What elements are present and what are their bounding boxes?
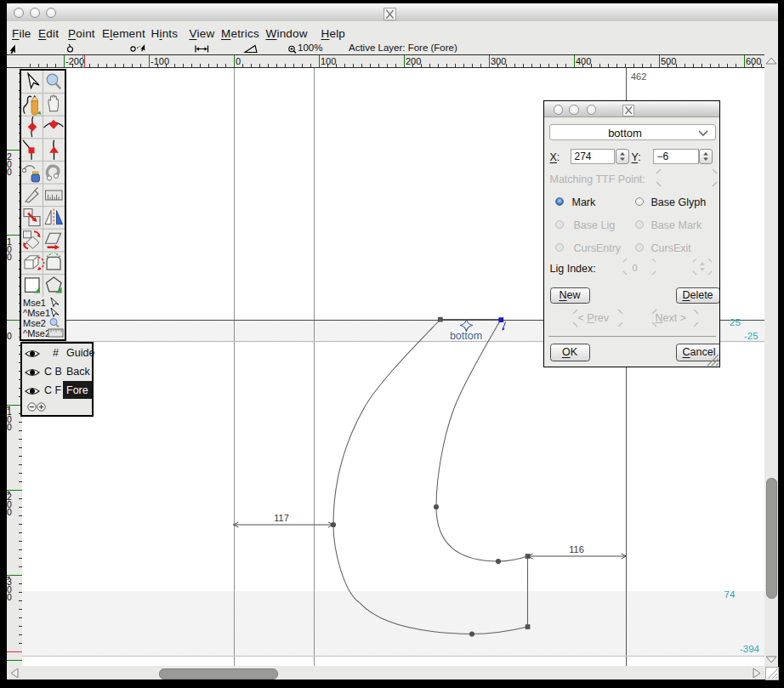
svg-text:117: 117 [274, 513, 289, 523]
svg-text:0: 0 [7, 331, 12, 341]
svg-text:0: 0 [7, 592, 12, 602]
svg-text:bottom: bottom [450, 330, 482, 342]
svg-text:0: 0 [7, 167, 12, 177]
svg-text:0: 0 [7, 252, 12, 262]
svg-text:0: 0 [7, 507, 12, 517]
svg-text:116: 116 [569, 544, 584, 554]
svg-text:0: 0 [7, 422, 12, 432]
